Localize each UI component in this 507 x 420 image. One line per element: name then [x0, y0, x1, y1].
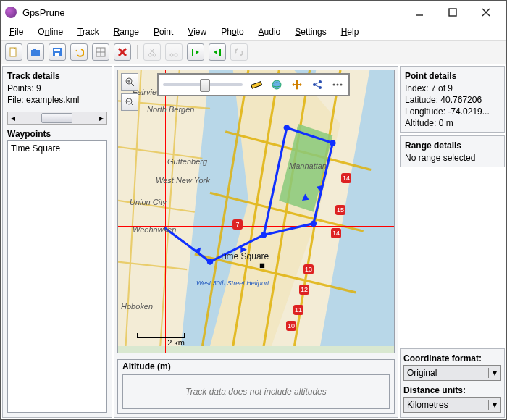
track-details-title: Track details	[7, 70, 107, 83]
options-icon[interactable]	[331, 78, 344, 91]
svg-line-48	[131, 104, 134, 106]
menu-range[interactable]: Range	[111, 25, 142, 38]
map-label: Union City	[130, 198, 167, 206]
coord-format-label: Coordinate format:	[403, 352, 501, 365]
map-label: Guttenberg	[167, 157, 207, 166]
left-panel: Track details Points: 9 File: examples.k…	[2, 66, 112, 418]
copy-button	[165, 43, 183, 61]
zoom-slider[interactable]	[163, 83, 243, 86]
svg-rect-5	[31, 50, 40, 56]
map-canvas[interactable]: Fairview North Bergen Guttenberg West Ne…	[117, 70, 395, 353]
track-file: File: examples.kml	[7, 94, 107, 106]
range-details-panel: Range details No range selected	[400, 135, 505, 167]
map-label: North Bergen	[147, 105, 194, 114]
app-icon	[5, 7, 17, 18]
distance-units-select[interactable]: Kilometres ▾	[403, 397, 501, 413]
svg-line-44	[131, 83, 134, 86]
grid-button[interactable]	[92, 43, 109, 61]
chevron-down-icon: ▾	[488, 400, 500, 410]
scroll-left-icon[interactable]: ◂	[8, 113, 18, 123]
title-bar: GpsPrune	[1, 1, 506, 24]
center-panel: Fairview North Bergen Guttenberg West Ne…	[114, 66, 398, 418]
menu-point[interactable]: Point	[151, 25, 176, 38]
altitude-label: Altitude (m)	[118, 360, 394, 373]
svg-line-57	[314, 82, 320, 85]
track-points: Points: 9	[7, 83, 107, 94]
ruler-icon[interactable]	[250, 78, 263, 91]
highway-shield: 14	[331, 228, 341, 238]
compress-end-button[interactable]	[209, 43, 226, 61]
map-toolbar	[157, 73, 350, 96]
undo-button[interactable]	[70, 43, 88, 61]
cut-button	[143, 43, 161, 61]
point-details-panel: Point details Index: 7 of 9 Latitude: 40…	[400, 66, 505, 133]
svg-rect-1	[449, 9, 456, 16]
chevron-down-icon: ▾	[488, 368, 500, 378]
range-details-title: Range details	[405, 139, 500, 152]
scroll-right-icon[interactable]: ▸	[96, 113, 106, 123]
waypoints-title: Waypoints	[3, 127, 112, 140]
zoom-in-button[interactable]	[121, 73, 138, 91]
distance-units-value: Kilometres	[404, 400, 488, 410]
point-index: Index: 7 of 9	[405, 83, 500, 94]
menu-bar: File Online Track Range Point View Photo…	[1, 24, 506, 41]
point-alt: Altitude: 0 m	[405, 117, 500, 129]
svg-point-38	[284, 125, 290, 130]
highway-shield: 7	[232, 219, 243, 230]
highway-shield: 12	[299, 285, 309, 295]
svg-line-58	[314, 85, 320, 88]
coord-format-select[interactable]: Original ▾	[403, 365, 501, 381]
globe-icon[interactable]	[270, 78, 283, 91]
waypoints-list[interactable]: Time Square	[7, 140, 107, 413]
svg-point-40	[261, 232, 267, 238]
menu-file[interactable]: File	[7, 25, 26, 38]
track-scrollbar[interactable]: ◂ ▸	[7, 112, 107, 125]
close-button[interactable]	[470, 2, 502, 22]
menu-view[interactable]: View	[185, 25, 209, 38]
svg-rect-6	[33, 49, 36, 51]
open-file-button[interactable]	[27, 43, 44, 61]
svg-point-19	[170, 54, 173, 56]
svg-rect-50	[251, 82, 262, 88]
map-label: West New York	[156, 176, 210, 185]
svg-point-51	[272, 80, 281, 89]
map-label: West 30th Street Heliport	[196, 280, 247, 287]
range-message: No range selected	[405, 152, 500, 164]
map-scale: 2 km	[137, 333, 185, 347]
pan-icon[interactable]	[290, 78, 303, 91]
altitude-message: Track data does not include altitudes	[122, 374, 390, 409]
highway-shield: 15	[335, 205, 345, 215]
menu-photo[interactable]: Photo	[218, 25, 246, 38]
new-file-button[interactable]	[5, 43, 22, 61]
menu-help[interactable]: Help	[338, 25, 362, 38]
svg-point-39	[311, 220, 317, 226]
svg-point-60	[333, 84, 335, 86]
minimize-button[interactable]	[403, 2, 435, 22]
menu-online[interactable]: Online	[35, 25, 66, 38]
maximize-button[interactable]	[437, 2, 469, 22]
highway-shield: 10	[286, 321, 296, 331]
main-toolbar	[1, 41, 506, 64]
menu-audio[interactable]: Audio	[256, 25, 284, 38]
list-item[interactable]: Time Square	[9, 143, 105, 154]
delete-button[interactable]	[114, 43, 131, 61]
share-icon[interactable]	[311, 78, 324, 91]
highway-shield: 14	[341, 173, 351, 183]
map-label: Weehawken	[133, 225, 176, 234]
svg-point-16	[153, 54, 156, 56]
svg-point-37	[330, 140, 335, 146]
compress-start-button[interactable]	[187, 43, 204, 61]
svg-rect-4	[10, 48, 16, 56]
svg-rect-9	[55, 53, 59, 56]
window-title: GpsPrune	[22, 7, 403, 18]
distance-units-label: Distance units:	[403, 384, 501, 397]
map-label: Hoboken	[121, 302, 153, 311]
altitude-panel: Altitude (m) Track data does not include…	[117, 359, 395, 414]
map-label: Manhattan	[289, 161, 327, 170]
menu-settings[interactable]: Settings	[292, 25, 329, 38]
save-button[interactable]	[49, 43, 66, 61]
menu-track[interactable]: Track	[75, 25, 102, 38]
right-panel: Point details Index: 7 of 9 Latitude: 40…	[400, 66, 505, 418]
point-lat: Latitude: 40.767206	[405, 94, 500, 106]
zoom-out-button[interactable]	[121, 93, 138, 111]
